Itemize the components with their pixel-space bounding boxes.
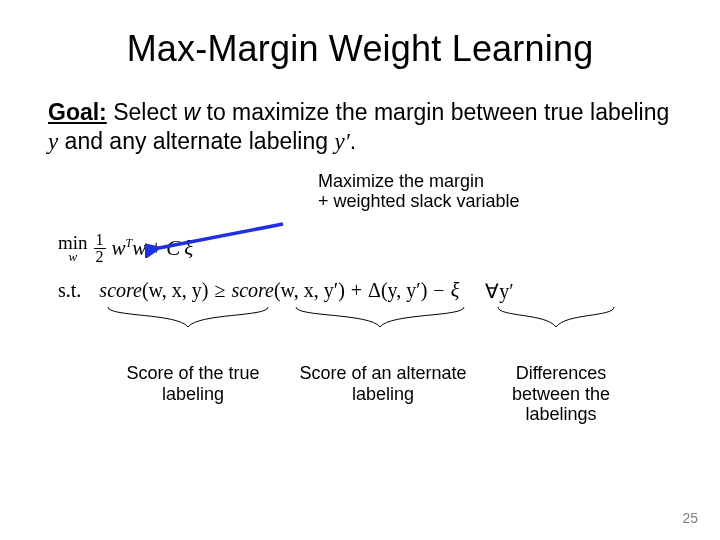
- brace-row: [48, 305, 672, 329]
- score-args-1: (w, x, y): [142, 279, 208, 301]
- xi2-term: ξ: [451, 279, 460, 302]
- annot-line1: Maximize the margin: [318, 171, 672, 192]
- plus2-sign: +: [351, 279, 362, 302]
- annotation-top: Maximize the margin + weighted slack var…: [318, 171, 672, 212]
- score-word-2: score: [231, 279, 274, 301]
- goal-sym-y: y: [48, 129, 58, 154]
- goal-var-w: w: [184, 99, 201, 125]
- goal-text-end: .: [350, 128, 356, 154]
- page-number: 25: [682, 510, 698, 526]
- svg-line-0: [159, 224, 283, 248]
- minus-sign: −: [433, 279, 444, 302]
- underbrace-icon: [496, 305, 616, 331]
- score-true: score(w, x, y): [99, 279, 208, 302]
- score-alt: score(w, x, y′): [231, 279, 344, 302]
- slide-container: Max-Margin Weight Learning Goal: Select …: [0, 0, 720, 540]
- frac-den: 2: [94, 249, 106, 265]
- annot-line2: + weighted slack variable: [318, 191, 672, 212]
- forall-term: ∀y′: [485, 279, 513, 303]
- caption-row: Score of the true labeling Score of an a…: [48, 335, 672, 415]
- arrow-icon: [145, 218, 295, 258]
- goal-label: Goal:: [48, 99, 107, 125]
- caption-score-alt: Score of an alternate labeling: [298, 363, 468, 404]
- goal-text-mid: to maximize the margin between true labe…: [200, 99, 669, 125]
- caption-delta: Differences between the labelings: [486, 363, 636, 425]
- caption-score-true: Score of the true labeling: [118, 363, 268, 404]
- one-half-frac: 1 2: [94, 232, 106, 265]
- st-label: s.t.: [58, 279, 81, 302]
- slide-title: Max-Margin Weight Learning: [48, 28, 672, 70]
- geq-sign: ≥: [214, 279, 225, 302]
- min-operator: min w: [58, 234, 88, 263]
- score-word-1: score: [99, 279, 142, 301]
- underbrace-icon: [106, 305, 270, 331]
- constraint-line: s.t. score(w, x, y) ≥ score(w, x, y′) + …: [58, 279, 672, 303]
- underbrace-icon: [294, 305, 466, 331]
- goal-text-pre: Select: [113, 99, 183, 125]
- goal-sym-yprime: y′: [334, 129, 349, 154]
- min-sub: w: [68, 251, 77, 263]
- goal-paragraph: Goal: Select w to maximize the margin be…: [48, 98, 672, 157]
- delta-term: Δ(y, y′): [368, 279, 427, 302]
- wTw-term: wTw: [112, 234, 147, 263]
- frac-num: 1: [94, 232, 106, 249]
- score-args-2: (w, x, y′): [274, 279, 345, 301]
- w1: w: [112, 236, 126, 260]
- goal-text-mid2: and any alternate labeling: [58, 128, 334, 154]
